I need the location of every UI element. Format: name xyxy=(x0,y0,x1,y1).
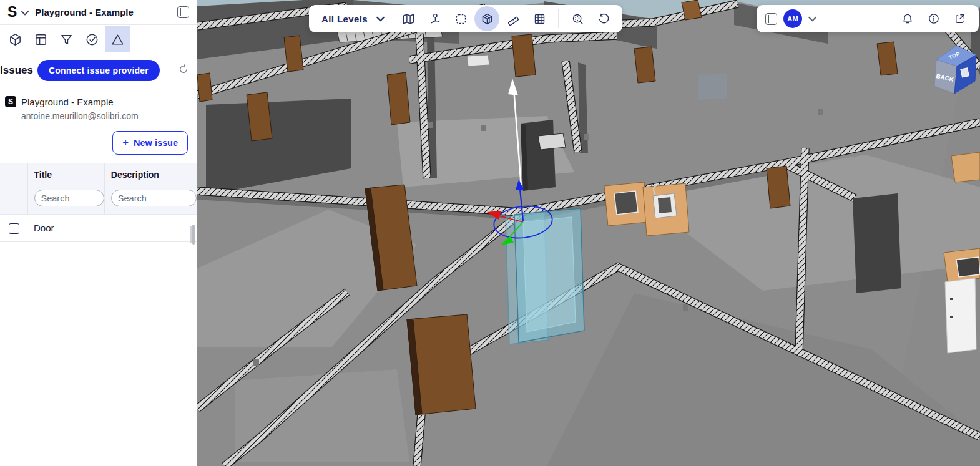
map-icon[interactable] xyxy=(396,6,421,31)
issue-title-cell: Door xyxy=(27,215,104,242)
sidebar-scrollbar-track xyxy=(190,226,192,243)
reset-view-icon[interactable] xyxy=(591,6,616,31)
issue-provider-info: S Playground - Example antoine.meurillon… xyxy=(0,87,197,124)
new-issue-button[interactable]: + New issue xyxy=(112,131,188,155)
info-icon[interactable] xyxy=(924,6,944,31)
fit-selection-icon[interactable] xyxy=(448,6,473,31)
sync-icon[interactable] xyxy=(178,64,189,77)
issue-description-cell xyxy=(104,215,197,242)
provider-name: Playground - Example xyxy=(21,97,114,107)
issues-table: Title Description Door xyxy=(0,163,197,242)
tool-model-cube[interactable] xyxy=(2,26,28,52)
sidebar-header: S Playground - Example xyxy=(0,0,197,25)
tool-issues-triangle[interactable] xyxy=(105,26,130,52)
select-column-header xyxy=(0,163,27,182)
zoom-selection-icon[interactable] xyxy=(565,6,590,31)
chevron-down-icon[interactable] xyxy=(21,7,29,18)
provider-email: antoine.meurillon@solibri.com xyxy=(21,111,189,121)
sidebar-toolbar xyxy=(0,25,197,54)
grid-icon[interactable] xyxy=(527,6,552,31)
chevron-down-icon[interactable] xyxy=(808,13,816,24)
issues-panel-header: Issues Connect issue provider xyxy=(0,54,197,87)
plus-icon: + xyxy=(122,137,129,149)
model-viewport[interactable]: TOP BACK All Levels xyxy=(197,0,980,466)
connect-issue-provider-button[interactable]: Connect issue provider xyxy=(37,60,160,81)
sidebar: S Playground - Example xyxy=(0,0,197,466)
bim-3d-scene[interactable]: TOP BACK xyxy=(197,0,980,466)
ruler-icon[interactable] xyxy=(501,6,526,31)
title-column-header: Title xyxy=(27,163,104,182)
page-title: Playground - Example xyxy=(35,7,177,17)
collapse-sidebar-icon[interactable] xyxy=(177,6,189,18)
tool-filter-funnel[interactable] xyxy=(54,26,79,52)
share-icon[interactable] xyxy=(950,6,970,31)
description-search-input[interactable] xyxy=(111,190,197,206)
nav-cube-home-icon xyxy=(961,68,969,77)
issues-heading: Issues xyxy=(0,64,37,77)
description-column-header: Description xyxy=(104,163,197,182)
solibri-app: S Playground - Example xyxy=(0,0,980,466)
issue-row-door[interactable]: Door xyxy=(0,215,197,242)
level-selector[interactable]: All Levels xyxy=(321,14,394,24)
tool-checks[interactable] xyxy=(79,26,105,52)
walk-mode-icon[interactable] xyxy=(422,6,447,31)
view-toolbar: All Levels xyxy=(309,5,622,32)
notifications-bell-icon[interactable] xyxy=(898,6,918,31)
solibri-logo[interactable]: S xyxy=(7,4,16,21)
avatar[interactable]: AM xyxy=(783,9,802,28)
row-checkbox[interactable] xyxy=(9,223,19,234)
cube-3d-icon[interactable] xyxy=(474,6,499,31)
solibri-badge-icon: S xyxy=(5,96,16,107)
tool-layout-panels[interactable] xyxy=(28,26,54,52)
title-search-input[interactable] xyxy=(34,190,104,206)
collapse-panel-icon[interactable] xyxy=(765,13,777,25)
toolbar-divider xyxy=(558,9,559,28)
sidebar-scrollbar[interactable] xyxy=(192,225,195,245)
top-right-bar: AM xyxy=(757,5,979,32)
